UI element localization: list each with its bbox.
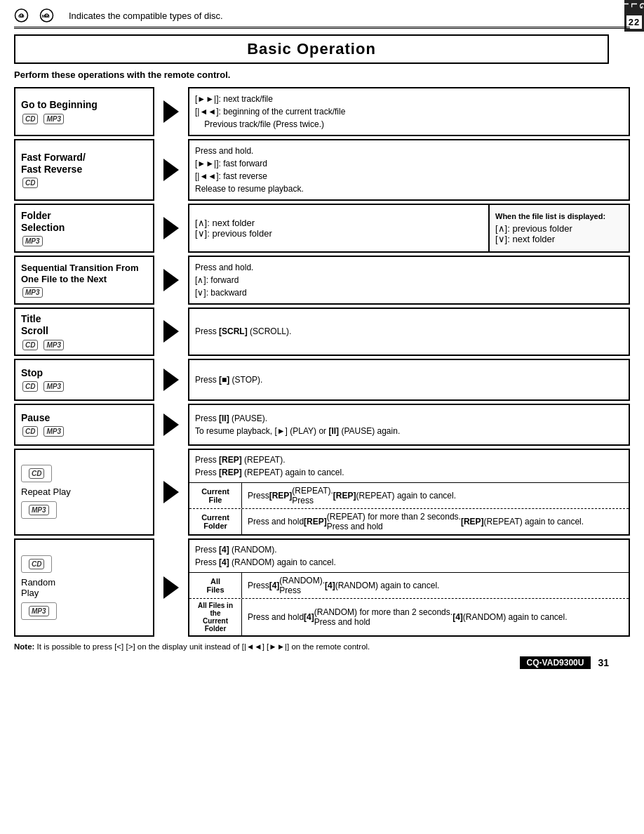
- mp3-icon-small-stop: MP3: [43, 381, 64, 392]
- random-top-desc: Press [4] (RANDOM). Press [4] (RANDOM) a…: [189, 540, 629, 573]
- arrow-shape-stop: [163, 369, 179, 391]
- mp3-icon-random: MP3: [29, 606, 49, 616]
- left-cell-fast-forward: Fast Forward/Fast Reverse CD: [14, 139, 154, 201]
- when-title-fs: When the file list is displayed:: [495, 212, 623, 220]
- desc-folder-selection-side: [∧]: previous folder [∨]: next folder: [495, 223, 623, 244]
- operation-repeat-play: CD Repeat Play MP3 Press [REP] (REPEAT).…: [14, 449, 630, 536]
- disc-label-text: Indicates the compatible types of disc.: [69, 11, 223, 21]
- note-text: It is possible to press [<] [>] on the d…: [37, 642, 370, 651]
- arrow-shape: [163, 100, 179, 123]
- left-cell-folder-selection: FolderSelection MP3: [14, 204, 154, 253]
- disc-icons: CD MP3: [14, 7, 60, 24]
- op-title-repeat: Repeat Play: [21, 486, 71, 497]
- repeat-current-file-label: CurrentFile: [189, 483, 242, 508]
- op-title-folder-selection: FolderSelection: [21, 210, 147, 234]
- arrow-sequential: [154, 256, 188, 305]
- right-split-side-fs: When the file list is displayed: [∧]: pr…: [490, 204, 630, 253]
- random-all-files-folder-row: All Files in theCurrent Folder Press and…: [189, 599, 629, 635]
- desc-pause: Press [II] (PAUSE). To resume playback, …: [195, 412, 623, 437]
- op-title-pause: Pause: [21, 412, 147, 424]
- right-cell-random-play: Press [4] (RANDOM). Press [4] (RANDOM) a…: [188, 538, 630, 637]
- page-number: 31: [598, 657, 609, 668]
- op-title-title-scroll: TitleScroll: [21, 313, 147, 337]
- arrow-shape-pause: [163, 413, 179, 436]
- icons-pause: CD MP3: [21, 426, 147, 437]
- right-split-main-fs: [∧]: next folder [∨]: previous folder: [188, 204, 490, 253]
- cd-icon-small-stop: CD: [22, 381, 38, 392]
- model-row: CQ-VAD9300U 31: [14, 656, 609, 669]
- page-title-box: Basic Operation: [14, 34, 609, 64]
- desc-sequential: Press and hold. [∧]: forward [∨]: backwa…: [195, 261, 623, 299]
- cd-icon: CD: [14, 7, 35, 24]
- right-cell-fast-forward: Press and hold. [►►|]: fast forward [|◄◄…: [188, 139, 630, 201]
- arrow-pause: [154, 404, 188, 446]
- mp3-icon-small-ts: MP3: [43, 340, 64, 350]
- operation-folder-selection: FolderSelection MP3 [∧]: next folder [∨]…: [14, 204, 630, 253]
- desc-go-to-beginning: [►►|]: next track/file [|◄◄]: beginning …: [195, 93, 623, 131]
- svg-text:CD: CD: [18, 14, 25, 18]
- left-cell-title-scroll: TitleScroll CD MP3: [14, 307, 154, 356]
- arrow-title-scroll: [154, 307, 188, 356]
- mp3-icon: MP3: [39, 7, 60, 24]
- operation-sequential-transition: Sequential Transition From One File to t…: [14, 256, 630, 305]
- model-number: CQ-VAD9300U: [520, 656, 591, 669]
- right-cell-stop: Press [■] (STOP).: [188, 359, 630, 401]
- right-cell-title-scroll: Press [SCRL] (SCROLL).: [188, 307, 630, 356]
- repeat-current-file-row: CurrentFile Press [REP] (REPEAT). Press …: [189, 483, 629, 509]
- icons-fast-forward: CD: [21, 178, 147, 188]
- left-cell-repeat-play: CD Repeat Play MP3: [14, 449, 154, 536]
- top-bar: CD MP3 Indicates the compatible types of…: [14, 7, 630, 29]
- right-cell-sequential: Press and hold. [∧]: forward [∨]: backwa…: [188, 256, 630, 305]
- random-all-files-row: AllFiles Press [4] (RANDOM). Press [4] (…: [189, 573, 629, 599]
- cd-icon-random: CD: [29, 559, 44, 569]
- repeat-current-folder-label: CurrentFolder: [189, 509, 242, 534]
- op-title-fast-forward: Fast Forward/Fast Reverse: [21, 152, 147, 176]
- note: Note: It is possible to press [<] [>] on…: [14, 642, 609, 651]
- arrow-repeat-play: [154, 449, 188, 536]
- mp3-icon-small: MP3: [43, 114, 64, 124]
- desc-folder-selection-main: [∧]: next folder [∨]: previous folder: [195, 218, 483, 239]
- icons-sequential: MP3: [21, 287, 147, 298]
- operation-fast-forward-reverse: Fast Forward/Fast Reverse CD Press and h…: [14, 139, 630, 201]
- arrow-random-play: [154, 538, 188, 637]
- left-cell-sequential: Sequential Transition From One File to t…: [14, 256, 154, 305]
- cd-icon-small-ff: CD: [22, 178, 38, 188]
- arrow-go-to-beginning: [154, 87, 188, 136]
- arrow-shape-ts: [163, 320, 179, 343]
- operation-stop: Stop CD MP3 Press [■] (STOP).: [14, 359, 630, 401]
- repeat-current-folder-row: CurrentFolder Press and hold [REP] (REPE…: [189, 509, 629, 534]
- repeat-sub-table: CurrentFile Press [REP] (REPEAT). Press …: [189, 483, 629, 534]
- cd-icon-repeat: CD: [29, 468, 44, 479]
- repeat-current-file-content: Press [REP] (REPEAT). Press [REP] (REPEA…: [242, 483, 629, 508]
- random-sub-table: AllFiles Press [4] (RANDOM). Press [4] (…: [189, 573, 629, 635]
- random-all-files-folder-label: All Files in theCurrent Folder: [189, 599, 242, 635]
- left-cell-stop: Stop CD MP3: [14, 359, 154, 401]
- arrow-fast-forward: [154, 139, 188, 201]
- page-title: Basic Operation: [20, 40, 603, 58]
- right-cell-go-to-beginning: [►►|]: next track/file [|◄◄]: beginning …: [188, 87, 630, 136]
- arrow-shape-ff: [163, 159, 179, 181]
- arrow-stop: [154, 359, 188, 401]
- arrow-shape-seq: [163, 269, 179, 291]
- op-title-random: RandomPlay: [21, 577, 55, 598]
- random-all-files-folder-content: Press and hold [4] (RANDOM) for more tha…: [242, 599, 629, 635]
- icons-go-to-beginning: CD MP3: [21, 114, 147, 124]
- arrow-shape-fs: [163, 217, 179, 239]
- subtitle: Perform these operations with the remote…: [14, 70, 609, 80]
- cd-icon-small: CD: [22, 114, 38, 124]
- left-cell-pause: Pause CD MP3: [14, 404, 154, 446]
- mp3-icon-small-pause: MP3: [43, 426, 64, 437]
- cd-icon-small-pause: CD: [22, 426, 38, 437]
- left-cell-random-play: CD RandomPlay MP3: [14, 538, 154, 637]
- left-cell-go-to-beginning: Go to Beginning CD MP3: [14, 87, 154, 136]
- icons-folder-selection: MP3: [21, 236, 147, 246]
- icons-title-scroll: CD MP3: [21, 340, 147, 350]
- mp3-icon-small-fs: MP3: [22, 236, 43, 246]
- mp3-icon-small-seq: MP3: [22, 287, 43, 298]
- right-split-folder-selection: [∧]: next folder [∨]: previous folder Wh…: [188, 204, 630, 253]
- right-cell-pause: Press [II] (PAUSE). To resume playback, …: [188, 404, 630, 446]
- repeat-top-desc: Press [REP] (REPEAT). Press [REP] (REPEA…: [189, 450, 629, 483]
- icons-stop: CD MP3: [21, 381, 147, 392]
- desc-title-scroll: Press [SCRL] (SCROLL).: [195, 325, 623, 338]
- operation-title-scroll: TitleScroll CD MP3 Press [SCRL] (SCROLL)…: [14, 307, 630, 356]
